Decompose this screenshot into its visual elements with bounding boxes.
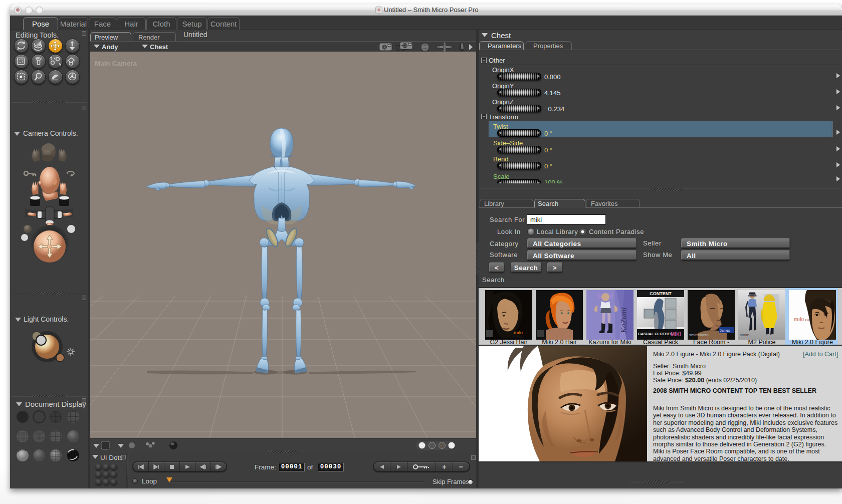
svg-text:smithmicro: smithmicro [689,333,709,337]
svg-text:KaZumi: KaZumi [619,307,628,334]
svg-text:CONTENT: CONTENT [650,291,672,296]
svg-text:Main Camera: Main Camera [95,60,137,67]
svg-text:CASUAL CLOTHES: CASUAL CLOTHES [638,332,673,336]
svg-text:mıkı: mıkı [514,330,523,335]
svg-text:smith: smith [740,333,749,337]
svg-text:MIKI: MIKI [671,332,681,337]
svg-text:James: James [720,329,730,332]
